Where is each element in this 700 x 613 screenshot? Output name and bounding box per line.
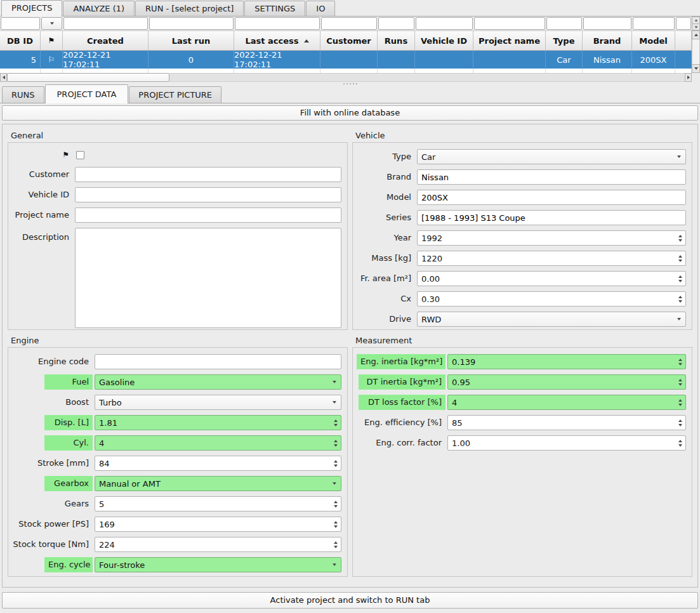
engine-cycle-select[interactable]: Four-stroke <box>95 557 341 572</box>
filter-created-input[interactable] <box>63 17 148 30</box>
spin-up-icon[interactable] <box>334 541 338 544</box>
scroll-left-button[interactable] <box>0 73 7 82</box>
cell-project-name[interactable] <box>473 51 546 69</box>
header-flag[interactable]: ⚑ <box>41 30 63 51</box>
type-select[interactable]: Car <box>417 149 686 164</box>
tab-settings[interactable]: SETTINGS <box>244 1 305 16</box>
tab-analyze[interactable]: ANALYZE (1) <box>63 1 135 16</box>
spin-down-icon[interactable] <box>678 280 682 282</box>
filter-last-run-input[interactable] <box>149 17 234 30</box>
stroke-spinbox[interactable]: 84 <box>95 456 341 471</box>
series-input[interactable] <box>418 211 685 225</box>
tab-projects[interactable]: PROJECTS <box>1 0 62 16</box>
spin-up-icon[interactable] <box>678 440 682 442</box>
flag-checkbox[interactable] <box>76 151 84 159</box>
spin-down-icon[interactable] <box>334 505 338 508</box>
filter-type-input[interactable] <box>546 17 582 30</box>
spin-up-icon[interactable] <box>678 235 682 237</box>
scroll-down-mini-button[interactable] <box>692 23 700 30</box>
spin-up-icon[interactable] <box>678 359 682 361</box>
filter-brand-input[interactable] <box>583 17 631 30</box>
fill-online-database-button[interactable]: Fill with online database <box>2 105 698 121</box>
spin-down-icon[interactable] <box>334 444 338 447</box>
spin-down-icon[interactable] <box>678 404 682 406</box>
header-brand[interactable]: Brand <box>583 30 632 51</box>
spin-down-icon[interactable] <box>334 424 338 426</box>
eng-corr-factor-spinbox[interactable]: 1.00 <box>447 435 686 451</box>
header-last-access[interactable]: Last access <box>234 30 320 51</box>
header-model[interactable]: Model <box>632 30 675 51</box>
spin-up-icon[interactable] <box>678 399 682 402</box>
header-db-id[interactable]: DB ID <box>0 30 41 51</box>
tab-run[interactable]: RUN - [select project] <box>135 1 244 16</box>
cell-created[interactable]: 2022-12-21 17:02:11 <box>63 51 149 69</box>
cylinders-spinbox[interactable]: 4 <box>95 435 341 451</box>
filter-customer-input[interactable] <box>321 17 377 30</box>
cell-flag[interactable]: ⚐ <box>41 51 63 69</box>
description-textarea[interactable] <box>75 228 341 328</box>
tab-project-data[interactable]: PROJECT DATA <box>45 84 129 103</box>
year-spinbox[interactable]: 1992 <box>417 230 686 246</box>
displacement-spinbox[interactable]: 1.81 <box>95 415 341 430</box>
tab-project-picture[interactable]: PROJECT PICTURE <box>129 86 221 103</box>
spin-up-icon[interactable] <box>334 440 338 442</box>
engine-code-input[interactable] <box>95 355 341 369</box>
stock-power-spinbox[interactable]: 169 <box>95 517 341 532</box>
project-name-input[interactable] <box>76 208 341 222</box>
header-customer[interactable]: Customer <box>320 30 378 51</box>
filter-db-id-input[interactable] <box>1 17 40 30</box>
scroll-up-button[interactable] <box>692 30 700 39</box>
spin-up-icon[interactable] <box>678 275 682 278</box>
cell-last-access[interactable]: 2022-12-21 17:02:11 <box>234 51 320 69</box>
spin-down-icon[interactable] <box>678 260 682 262</box>
filter-extra-input[interactable] <box>676 17 691 30</box>
vertical-scrollbar[interactable] <box>692 16 700 73</box>
eng-efficiency-spinbox[interactable]: 85 <box>447 415 686 430</box>
gearbox-select[interactable]: Manual or AMT <box>95 476 341 491</box>
header-type[interactable]: Type <box>546 30 583 51</box>
cell-vehicle-id[interactable] <box>415 51 473 69</box>
spin-up-icon[interactable] <box>334 419 338 422</box>
mass-spinbox[interactable]: 1220 <box>417 251 686 266</box>
header-vehicle-id[interactable]: Vehicle ID <box>415 30 473 51</box>
header-last-run[interactable]: Last run <box>149 30 234 51</box>
activate-project-button[interactable]: Activate project and switch to RUN tab <box>2 592 698 609</box>
scroll-right-button[interactable] <box>685 73 692 82</box>
cell-type[interactable]: Car <box>546 51 583 69</box>
spin-down-icon[interactable] <box>678 383 682 386</box>
filter-flag-select[interactable] <box>41 17 62 30</box>
spin-up-icon[interactable] <box>334 501 338 503</box>
tab-io[interactable]: IO <box>306 1 335 16</box>
spin-up-icon[interactable] <box>678 255 682 258</box>
scrollbar-thumb[interactable] <box>7 73 169 82</box>
cell-runs[interactable] <box>378 51 415 69</box>
header-project-name[interactable]: Project name <box>473 30 546 51</box>
spin-up-icon[interactable] <box>334 521 338 524</box>
spin-down-icon[interactable] <box>678 239 682 242</box>
header-runs[interactable]: Runs <box>378 30 415 51</box>
boost-select[interactable]: Turbo <box>95 395 341 410</box>
cell-last-run[interactable]: 0 <box>149 51 234 69</box>
cx-spinbox[interactable]: 0.30 <box>417 291 686 306</box>
dt-loss-factor-spinbox[interactable]: 4 <box>447 395 686 410</box>
spin-up-icon[interactable] <box>678 419 682 422</box>
spin-down-icon[interactable] <box>678 300 682 303</box>
cell-customer[interactable] <box>320 51 378 69</box>
vehicle-id-input[interactable] <box>76 188 341 202</box>
spin-down-icon[interactable] <box>678 424 682 426</box>
cell-model[interactable]: 200SX <box>632 51 675 69</box>
spin-up-icon[interactable] <box>678 296 682 298</box>
filter-runs-input[interactable] <box>378 17 414 30</box>
frontal-area-spinbox[interactable]: 0.00 <box>417 271 686 286</box>
spin-down-icon[interactable] <box>678 363 682 366</box>
gears-spinbox[interactable]: 5 <box>95 496 341 511</box>
scroll-down-button[interactable] <box>692 64 700 73</box>
horizontal-scrollbar[interactable] <box>0 73 700 82</box>
stock-torque-spinbox[interactable]: 224 <box>95 537 341 552</box>
filter-model-input[interactable] <box>633 17 675 30</box>
drive-select[interactable]: RWD <box>417 312 686 327</box>
fuel-select[interactable]: Gasoline <box>95 374 341 390</box>
header-created[interactable]: Created <box>63 30 149 51</box>
spin-down-icon[interactable] <box>334 546 338 548</box>
scroll-up-mini-button[interactable] <box>692 16 700 23</box>
